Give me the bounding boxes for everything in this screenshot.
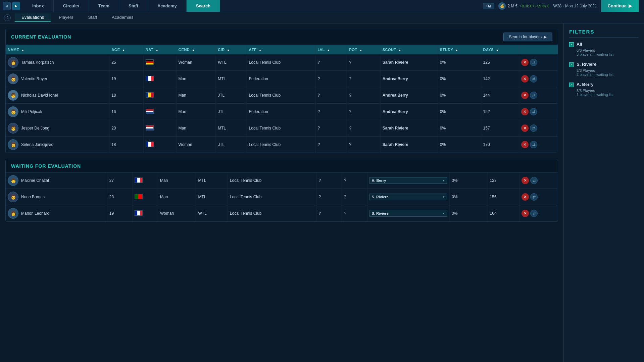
remove-player-button[interactable]: ✕ bbox=[521, 124, 529, 132]
player-days: 142 bbox=[481, 71, 519, 87]
back-arrow[interactable]: ◀ bbox=[3, 2, 11, 10]
nav-team[interactable]: Team bbox=[89, 0, 119, 12]
flag-icon bbox=[146, 109, 154, 114]
filter-group: A. Berry 3/3 Players 1 players in waitin… bbox=[569, 82, 639, 97]
forward-arrow[interactable]: ▶ bbox=[12, 2, 20, 10]
player-study: 0% bbox=[438, 120, 481, 137]
table-row: 👨 Valentin Royer 19 Man MTL Federation ?… bbox=[6, 71, 558, 87]
avatar: 👨 bbox=[8, 73, 18, 84]
remove-player-button[interactable]: ✕ bbox=[521, 75, 529, 83]
scout-dropdown[interactable]: A. Berry ▼ bbox=[369, 177, 448, 184]
player-lvl: ? bbox=[316, 189, 342, 205]
player-gender: Woman bbox=[176, 54, 216, 71]
col-days[interactable]: DAYS ▲ bbox=[481, 45, 519, 54]
table-row: 👨 Maxime Chazal 27 Man MTL Local Tennis … bbox=[6, 172, 558, 189]
nav-academy[interactable]: Academy bbox=[148, 0, 187, 12]
swap-player-button[interactable]: ⇄ bbox=[530, 124, 537, 132]
player-age: 19 bbox=[109, 71, 144, 87]
player-name: Tamara Korpatsch bbox=[21, 60, 54, 65]
scout-dropdown-value: A. Berry bbox=[372, 178, 386, 183]
player-gender: Man bbox=[158, 172, 196, 189]
scout-dropdown[interactable]: S. Riviere ▼ bbox=[369, 194, 448, 200]
col-scout[interactable]: SCOUT ▲ bbox=[380, 45, 438, 54]
swap-player-button[interactable]: ⇄ bbox=[530, 177, 538, 184]
player-actions: ✕ ⇄ bbox=[519, 54, 558, 71]
col-age[interactable]: AGE ▲ bbox=[109, 45, 144, 54]
swap-player-button[interactable]: ⇄ bbox=[530, 193, 538, 201]
player-study: 0% bbox=[438, 87, 481, 104]
remove-player-button[interactable]: ✕ bbox=[522, 177, 529, 184]
flag-icon bbox=[146, 76, 154, 81]
nav-staff[interactable]: Staff bbox=[119, 0, 148, 12]
col-study[interactable]: STUDY ▲ bbox=[438, 45, 481, 54]
top-navigation: ◀ ▶ Inbox Circuits Team Staff Academy Se… bbox=[0, 0, 644, 12]
player-scout: Sarah Riviere bbox=[380, 54, 438, 71]
player-days: 164 bbox=[488, 205, 519, 222]
tm-badge: TM bbox=[483, 3, 494, 9]
player-pot: ? bbox=[347, 54, 380, 71]
date-display: W28 - Mon 12 July 2021 bbox=[553, 4, 597, 8]
filter-checkbox[interactable] bbox=[569, 42, 574, 47]
remove-player-button[interactable]: ✕ bbox=[522, 193, 529, 201]
nav-search[interactable]: Search bbox=[187, 0, 220, 12]
player-name-cell: 👨 Nuno Borges bbox=[6, 189, 107, 205]
player-days: 123 bbox=[488, 172, 519, 189]
section-header: CURRENT EVALUATION Search for players ▶ bbox=[6, 29, 558, 45]
swap-player-button[interactable]: ⇄ bbox=[530, 75, 537, 83]
remove-player-button[interactable]: ✕ bbox=[521, 141, 529, 148]
chevron-down-icon: ▼ bbox=[442, 212, 445, 215]
subnav-players[interactable]: Players bbox=[52, 13, 80, 22]
filter-sub2: 1 players in waiting list bbox=[577, 93, 639, 97]
swap-player-button[interactable]: ⇄ bbox=[530, 210, 538, 217]
player-days: 170 bbox=[481, 137, 519, 153]
player-days: 157 bbox=[481, 120, 519, 137]
player-name: Manon Leonard bbox=[21, 211, 49, 216]
filter-checkbox[interactable] bbox=[569, 62, 574, 67]
player-pot: ? bbox=[347, 120, 380, 137]
continue-button[interactable]: Continue ▶ bbox=[601, 0, 639, 12]
filter-checkbox[interactable] bbox=[569, 83, 574, 87]
search-players-button[interactable]: Search for players ▶ bbox=[503, 33, 552, 41]
col-lvl[interactable]: LVL ▲ bbox=[315, 45, 347, 54]
subnav-evaluations[interactable]: Evaluations bbox=[15, 13, 51, 22]
col-name[interactable]: NAME ▲ bbox=[6, 45, 109, 54]
player-age: 25 bbox=[109, 54, 144, 71]
player-scout-dropdown-cell: S. Riviere ▼ bbox=[367, 205, 450, 222]
table-row: 👨 Nicholas David Ionel 18 Man JTL Local … bbox=[6, 87, 558, 104]
player-cir: MTL bbox=[216, 120, 247, 137]
swap-player-button[interactable]: ⇄ bbox=[530, 108, 537, 115]
chevron-down-icon: ▼ bbox=[442, 196, 445, 199]
nav-inbox[interactable]: Inbox bbox=[23, 0, 54, 12]
col-nat[interactable]: NAT ▲ bbox=[143, 45, 176, 54]
player-lvl: ? bbox=[315, 54, 347, 71]
subnav-staff[interactable]: Staff bbox=[82, 13, 104, 22]
player-lvl: ? bbox=[315, 120, 347, 137]
remove-player-button[interactable]: ✕ bbox=[522, 210, 529, 217]
player-name-cell: 👨 Jesper De Jong bbox=[6, 120, 109, 137]
avatar: 👨 bbox=[8, 123, 18, 134]
col-pot[interactable]: POT ▲ bbox=[347, 45, 380, 54]
col-gend[interactable]: GEND ▲ bbox=[176, 45, 216, 54]
money-display: 💰 2 M € +8.3k € / +59.3k € bbox=[498, 2, 549, 10]
filters-title: FILTERS bbox=[569, 29, 639, 38]
swap-player-button[interactable]: ⇄ bbox=[530, 59, 537, 66]
col-aff[interactable]: AFF ▲ bbox=[247, 45, 315, 54]
remove-player-button[interactable]: ✕ bbox=[521, 108, 529, 115]
player-cir: MTL bbox=[196, 172, 228, 189]
player-aff: Local Tennis Club bbox=[228, 205, 316, 222]
player-name-cell: 👩 Tamara Korpatsch bbox=[6, 54, 109, 71]
filter-sub2: 2 players in waiting list bbox=[577, 72, 639, 76]
player-name-cell: 👨 Valentin Royer bbox=[6, 71, 109, 87]
player-nat bbox=[143, 120, 176, 137]
subnav-academies[interactable]: Academies bbox=[105, 13, 140, 22]
filter-group: S. Riviere 3/3 Players 2 players in wait… bbox=[569, 62, 639, 76]
remove-player-button[interactable]: ✕ bbox=[521, 59, 529, 66]
remove-player-button[interactable]: ✕ bbox=[521, 92, 529, 99]
swap-player-button[interactable]: ⇄ bbox=[530, 141, 537, 148]
col-cir[interactable]: CIR ▲ bbox=[216, 45, 247, 54]
avatar: 👨 bbox=[8, 106, 18, 117]
swap-player-button[interactable]: ⇄ bbox=[530, 92, 537, 99]
help-icon[interactable]: ? bbox=[4, 14, 11, 21]
scout-dropdown[interactable]: S. Riviere ▼ bbox=[369, 210, 448, 217]
nav-circuits[interactable]: Circuits bbox=[54, 0, 89, 12]
